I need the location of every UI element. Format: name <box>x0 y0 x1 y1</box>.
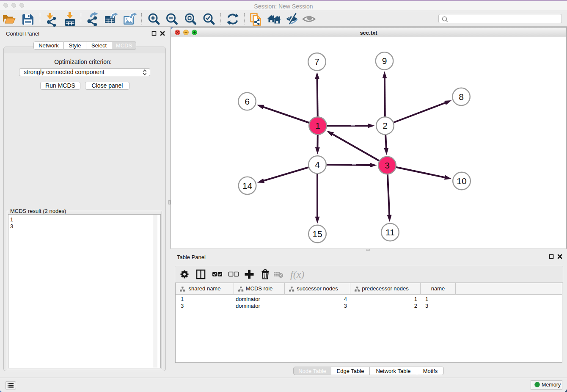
svg-text:1: 1 <box>315 121 320 130</box>
svg-text:9: 9 <box>382 56 387 66</box>
svg-text:10: 10 <box>457 176 466 186</box>
svg-text:11: 11 <box>385 227 395 237</box>
svg-text:4: 4 <box>315 160 320 169</box>
svg-text:f(x): f(x) <box>290 269 304 280</box>
svg-text:8: 8 <box>459 92 464 102</box>
svg-text:3: 3 <box>385 160 390 170</box>
svg-text:6: 6 <box>245 97 250 106</box>
svg-text:15: 15 <box>312 229 322 239</box>
svg-text:7: 7 <box>314 57 319 66</box>
svg-text:2: 2 <box>383 121 388 130</box>
svg-text:14: 14 <box>242 181 253 190</box>
